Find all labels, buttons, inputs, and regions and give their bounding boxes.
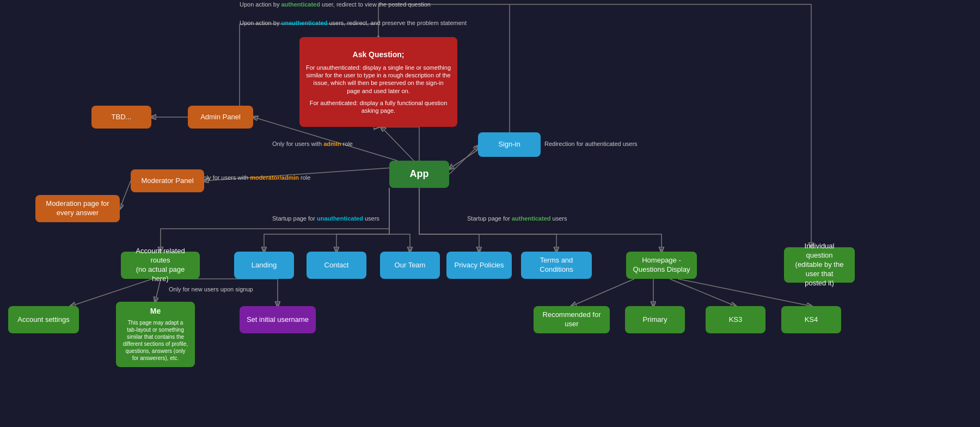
svg-line-13 bbox=[120, 181, 131, 209]
sign-in-node: Sign-in bbox=[478, 132, 541, 157]
contact-node: Contact bbox=[307, 252, 366, 279]
label-redir-auth: Redirection for authenticated users bbox=[544, 141, 638, 147]
moderator-panel-label: Moderator Panel bbox=[141, 176, 193, 186]
svg-line-9 bbox=[381, 127, 414, 161]
our-team-node: Our Team bbox=[380, 252, 440, 279]
svg-line-8 bbox=[449, 150, 478, 169]
ask-question-body2: For authenticated: display a fully funct… bbox=[306, 99, 451, 115]
tbd-node: TBD... bbox=[91, 106, 151, 129]
label-unauth-preserve: Upon action by unauthenticated users, re… bbox=[240, 20, 467, 26]
me-title: Me bbox=[150, 306, 161, 316]
landing-label: Landing bbox=[252, 261, 277, 270]
admin-panel-label: Admin Panel bbox=[200, 113, 241, 122]
diagram: Upon action by authenticated user, redir… bbox=[0, 0, 980, 427]
svg-line-7 bbox=[449, 146, 478, 174]
set-username-label: Set initial username bbox=[247, 315, 309, 325]
our-team-label: Our Team bbox=[395, 261, 426, 270]
ask-question-title: Ask Question; bbox=[353, 50, 405, 59]
label-mod-role: Only for users with moderator/admin role bbox=[199, 174, 310, 181]
me-node: Me This page may adapt a tab-layout or s… bbox=[116, 302, 195, 367]
svg-line-16 bbox=[572, 279, 634, 306]
account-related-node: Account related routes (no actual page h… bbox=[121, 252, 200, 279]
admin-panel-node: Admin Panel bbox=[188, 106, 253, 129]
account-related-label: Account related routes (no actual page h… bbox=[127, 247, 193, 284]
recommended-label: Recommended for user bbox=[540, 310, 603, 329]
ks3-node: KS3 bbox=[706, 306, 765, 333]
contact-label: Contact bbox=[324, 261, 349, 270]
sign-in-label: Sign-in bbox=[498, 140, 520, 149]
me-body: This page may adapt a tab-layout or some… bbox=[122, 319, 188, 362]
app-label: App bbox=[410, 168, 429, 180]
ks4-node: KS4 bbox=[781, 306, 841, 333]
set-username-node: Set initial username bbox=[240, 306, 316, 333]
primary-node: Primary bbox=[625, 306, 685, 333]
account-settings-label: Account settings bbox=[17, 315, 69, 325]
tbd-label: TBD... bbox=[112, 113, 132, 122]
privacy-policies-label: Privacy Policies bbox=[454, 261, 504, 270]
label-startup-auth: Startup page for authenticated users bbox=[467, 215, 567, 222]
ks4-label: KS4 bbox=[805, 315, 818, 325]
landing-node: Landing bbox=[234, 252, 294, 279]
homepage-display-label: Homepage - Questions Display bbox=[633, 256, 690, 274]
terms-conditions-label: Terms and Conditions bbox=[528, 256, 585, 274]
ask-question-node: Ask Question; For unauthenticated: displ… bbox=[299, 37, 457, 127]
individual-question-label: Individual question (editable by the use… bbox=[791, 242, 848, 288]
svg-line-18 bbox=[670, 279, 736, 306]
moderation-page-label: Moderation page for every answer bbox=[42, 199, 113, 218]
terms-conditions-node: Terms and Conditions bbox=[521, 252, 592, 279]
label-new-users: Only for new users upon signup bbox=[169, 286, 253, 292]
ask-question-body1: For unauthenticated: display a single li… bbox=[306, 64, 451, 95]
label-startup-unauth: Startup page for unauthenticated users bbox=[272, 215, 379, 222]
individual-question-node: Individual question (editable by the use… bbox=[784, 247, 855, 283]
primary-label: Primary bbox=[643, 315, 667, 325]
account-settings-node: Account settings bbox=[8, 306, 79, 333]
recommended-node: Recommended for user bbox=[534, 306, 610, 333]
moderation-page-node: Moderation page for every answer bbox=[35, 195, 120, 222]
label-admin-role: Only for users with admin role bbox=[272, 141, 353, 147]
app-node: App bbox=[389, 161, 449, 188]
moderator-panel-node: Moderator Panel bbox=[131, 169, 204, 192]
homepage-display-node: Homepage - Questions Display bbox=[626, 252, 697, 279]
ks3-label: KS3 bbox=[729, 315, 743, 325]
privacy-policies-node: Privacy Policies bbox=[446, 252, 512, 279]
label-auth-redirect: Upon action by authenticated user, redir… bbox=[240, 1, 431, 8]
